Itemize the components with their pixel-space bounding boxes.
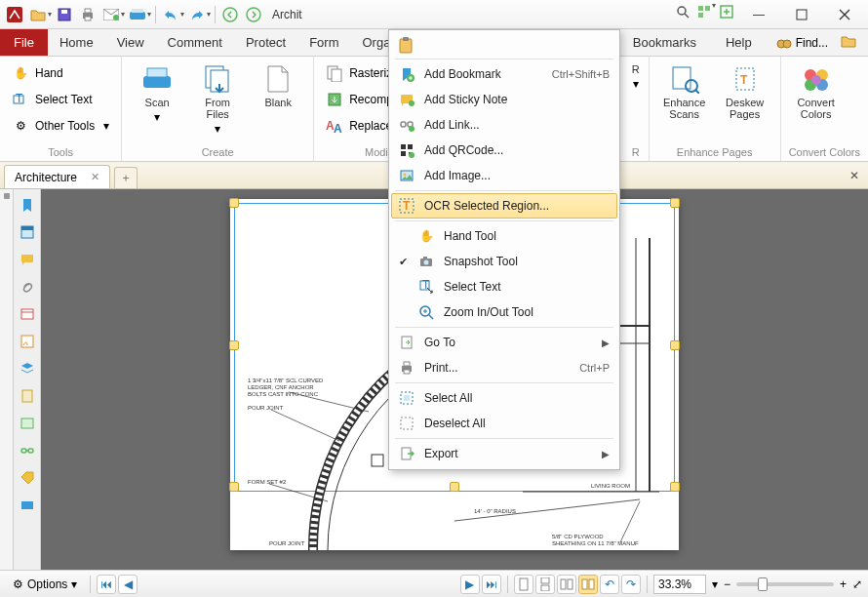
hand-tool-button[interactable]: ✋Hand [8, 61, 113, 85]
thumbnails-pane-icon[interactable] [18, 222, 37, 242]
app-icon[interactable] [4, 4, 25, 25]
mi-add-image[interactable]: Add Image... [391, 163, 617, 188]
forward-icon[interactable] [243, 4, 264, 25]
from-files-button[interactable]: From Files▾ [190, 60, 245, 144]
enhance-scans-button[interactable]: Enhance Scans [657, 60, 712, 144]
mi-select-text[interactable]: TSelect Text [391, 274, 617, 299]
comments-pane-icon[interactable] [18, 250, 37, 269]
trunc-button[interactable]: R▾ [627, 60, 645, 144]
tags-pane-icon[interactable] [18, 468, 37, 488]
layers-pane-icon[interactable] [18, 359, 37, 378]
tab-help[interactable]: Help [714, 35, 764, 50]
properties-pane-icon[interactable] [18, 496, 37, 515]
pane-grip[interactable] [0, 189, 14, 570]
next-page-button[interactable]: ▶ [460, 575, 480, 594]
svg-rect-73 [403, 37, 409, 41]
other-tools-button[interactable]: ⚙Other Tools▾ [8, 114, 113, 138]
fields-pane-icon[interactable] [18, 304, 37, 324]
clipboard-header-icon[interactable] [391, 33, 617, 57]
dropdown-icon[interactable]: ▾ [180, 10, 184, 19]
back-icon[interactable] [219, 4, 241, 25]
mi-add-link[interactable]: Add Link... [391, 112, 617, 138]
scan-button[interactable]: Scan▾ [130, 60, 184, 144]
undo-icon[interactable] [160, 4, 181, 25]
zoom-input[interactable]: 33.3% [653, 575, 706, 594]
submenu-arrow-icon: ▶ [602, 449, 610, 459]
links-pane-icon[interactable] [18, 441, 37, 460]
scan-qat-icon[interactable] [127, 4, 148, 25]
new-tab-button[interactable]: ＋ [114, 167, 138, 188]
zoom-in-button[interactable]: + [840, 577, 847, 591]
mi-add-sticky[interactable]: Add Sticky Note [391, 87, 617, 112]
dropdown-icon[interactable]: ▾ [207, 10, 211, 19]
blank-button[interactable]: Blank [251, 60, 305, 144]
dropdown-icon[interactable]: ▾ [147, 10, 151, 19]
mi-select-all[interactable]: Select All [391, 385, 617, 411]
open-icon[interactable] [27, 4, 49, 25]
doc-tab-active[interactable]: Architecture ✕ [4, 165, 110, 188]
close-button[interactable] [823, 1, 866, 28]
select-text-label: Select Text [35, 93, 92, 106]
redo-icon[interactable] [186, 4, 208, 25]
select-text-icon: T [12, 91, 29, 108]
mi-label: Add QRCode... [424, 143, 610, 157]
content-pane-icon[interactable] [18, 386, 37, 406]
mi-print[interactable]: Print...Ctrl+P [391, 355, 617, 380]
zoom-slider[interactable] [736, 582, 834, 586]
mi-hand-tool[interactable]: ✋Hand Tool [391, 223, 617, 249]
last-page-button[interactable]: ⏭ [482, 575, 501, 594]
maximize-button[interactable] [780, 1, 823, 28]
print-icon[interactable] [77, 4, 99, 25]
mi-ocr-region[interactable]: TOCR Selected Region... [391, 193, 617, 219]
save-icon[interactable] [54, 4, 75, 25]
group-convert-colors: Convert Colors Convert Colors [781, 57, 868, 161]
tab-protect[interactable]: Protect [234, 29, 297, 56]
dropdown-icon[interactable]: ▾ [121, 10, 125, 19]
mi-deselect-all[interactable]: Deselect All [391, 411, 617, 436]
select-text-button[interactable]: TSelect Text [8, 88, 113, 111]
tab-home[interactable]: Home [48, 29, 105, 56]
fullscreen-icon[interactable] [716, 1, 737, 22]
zoom-slider-thumb[interactable] [758, 577, 768, 591]
mi-snapshot-tool[interactable]: ✔Snapshot Tool [391, 249, 617, 274]
minimize-button[interactable]: ― [737, 1, 780, 28]
rotate-ccw-button[interactable]: ↶ [600, 575, 619, 594]
two-page-button[interactable] [557, 575, 576, 594]
mi-add-qrcode[interactable]: Add QRCode... [391, 138, 617, 163]
first-page-button[interactable]: ⏮ [97, 575, 116, 594]
mi-export[interactable]: Export▶ [391, 441, 617, 466]
fit-page-button[interactable]: ⤢ [852, 577, 862, 591]
mi-add-bookmark[interactable]: Add BookmarkCtrl+Shift+B [391, 61, 617, 87]
dropdown-icon[interactable]: ▾ [712, 577, 718, 591]
continuous-button[interactable] [535, 575, 555, 594]
options-button[interactable]: ⚙Options▾ [6, 575, 84, 594]
file-tab[interactable]: File [0, 29, 48, 56]
tab-comment[interactable]: Comment [156, 29, 234, 56]
two-page-continuous-button[interactable] [578, 575, 598, 594]
convert-colors-button[interactable]: Convert Colors [789, 60, 844, 144]
mi-zoom-tool[interactable]: Zoom In/Out Tool [391, 299, 617, 325]
svg-rect-43 [21, 226, 33, 230]
tab-bookmarks[interactable]: Bookmarks [621, 35, 708, 50]
signatures-pane-icon[interactable] [18, 332, 37, 351]
dropdown-icon[interactable]: ▾ [48, 10, 52, 19]
prev-page-button[interactable]: ◀ [118, 575, 138, 594]
launch-icon[interactable] [841, 34, 862, 51]
page-nav: ⏮ ◀ [97, 575, 138, 594]
tab-form[interactable]: Form [297, 29, 350, 56]
find-button[interactable]: Find... [769, 32, 835, 54]
search-icon[interactable] [672, 1, 693, 22]
mail-icon[interactable] [100, 4, 122, 25]
deskew-button[interactable]: T Deskew Pages [718, 60, 772, 144]
close-tab-icon[interactable]: ✕ [91, 171, 99, 183]
tab-view[interactable]: View [105, 29, 156, 56]
destinations-pane-icon[interactable] [18, 414, 37, 433]
bookmarks-pane-icon[interactable] [18, 195, 37, 215]
rotate-cw-button[interactable]: ↷ [621, 575, 641, 594]
mi-goto[interactable]: Go To▶ [391, 330, 617, 355]
single-page-button[interactable] [514, 575, 533, 594]
print-icon [397, 358, 416, 378]
close-pane-button[interactable]: ✕ [841, 163, 868, 188]
attachments-pane-icon[interactable] [18, 277, 37, 297]
zoom-out-button[interactable]: − [724, 577, 730, 591]
